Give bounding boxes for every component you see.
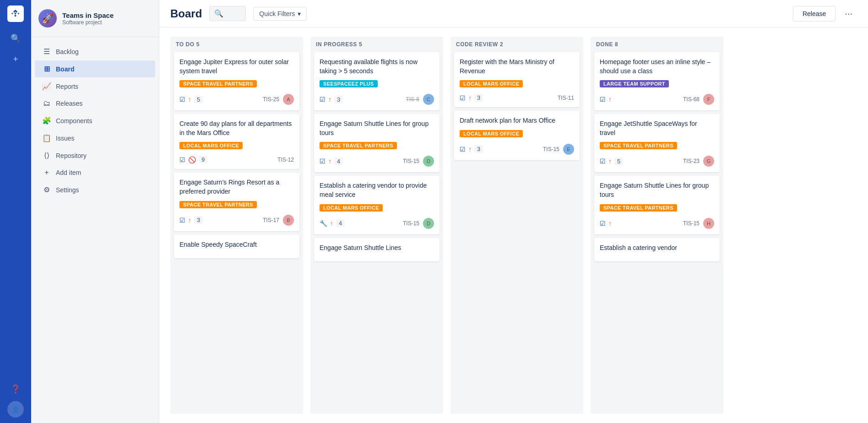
board-area: TO DO 5 Engage Jupiter Express for outer…: [159, 27, 868, 423]
card-title: Establish a catering vendor: [600, 244, 714, 253]
card[interactable]: Engage Jupiter Express for outer solar s…: [174, 52, 299, 110]
check-icon: ☑: [600, 157, 606, 165]
column-codereview: CODE REVIEW 2 Register with the Mars Min…: [450, 37, 583, 414]
release-button[interactable]: Release: [793, 6, 835, 22]
sidebar-item-issues[interactable]: 📋 Issues: [35, 130, 155, 146]
card[interactable]: Enable Speedy SpaceCraft: [174, 235, 299, 259]
card-title: Establish a catering vendor to provide m…: [320, 181, 434, 199]
card-meta: ☑↑5: [600, 157, 623, 165]
card-title: Engage Saturn Shuttle Lines: [320, 244, 434, 253]
check-icon: ☑: [460, 146, 466, 153]
page-title: Board: [170, 7, 202, 20]
card[interactable]: Draft network plan for Mars Office LOCAL…: [454, 111, 580, 160]
topbar-left: Board 🔍 Quick Filters ▾: [170, 6, 307, 21]
card-footer: ☑🚫9 TIS-12: [179, 156, 294, 163]
card-footer: ☑↑3 TIS-15E: [460, 144, 574, 155]
card-tag: LOCAL MARS OFFICE: [460, 130, 523, 137]
releases-icon: 🗂: [42, 99, 51, 108]
card[interactable]: Register with the Mars Ministry of Reven…: [454, 52, 580, 107]
card-right: TIS-25A: [263, 94, 294, 105]
sidebar-item-repository[interactable]: ⟨⟩ Repository: [35, 147, 155, 164]
column-header-codereview: CODE REVIEW 2: [450, 37, 583, 52]
search-box[interactable]: 🔍: [209, 6, 246, 21]
card-tag: SPACE TRAVEL PARTNERS: [320, 142, 397, 149]
help-rail-icon[interactable]: ❓: [7, 381, 24, 397]
card[interactable]: Create 90 day plans for all departments …: [174, 114, 299, 169]
sidebar-item-label-repository: Repository: [56, 152, 87, 159]
priority-icon: ↑: [468, 146, 472, 153]
sidebar-nav: ☰ Backlog ⊞ Board 📈 Reports 🗂 Releases 🧩…: [31, 37, 159, 204]
card[interactable]: Engage JetShuttle SpaceWays for travel S…: [594, 114, 720, 172]
card-footer: ☑↑3 TIS-17B: [179, 215, 294, 226]
sidebar-item-board[interactable]: ⊞ Board: [35, 60, 155, 77]
card-meta: 🔧↑4: [320, 219, 345, 227]
card[interactable]: Engage Saturn Shuttle Lines for group to…: [314, 114, 439, 172]
avatar: C: [423, 94, 434, 105]
story-points: 5: [614, 157, 623, 165]
card-right: TIS-15D: [403, 218, 434, 229]
avatar: H: [703, 218, 714, 229]
story-points: 5: [194, 96, 203, 103]
card[interactable]: Establish a catering vendor: [594, 238, 720, 262]
card[interactable]: Homepage footer uses an inline style – s…: [594, 52, 720, 110]
card-tag: SPACE TRAVEL PARTNERS: [600, 142, 677, 149]
ticket-id: TIS-15: [543, 146, 559, 152]
check-icon: ☑: [179, 96, 185, 103]
sidebar-item-settings[interactable]: ⚙ Settings: [35, 181, 155, 198]
app-logo[interactable]: [7, 5, 24, 22]
card-tag: SPACE TRAVEL PARTNERS: [179, 201, 257, 208]
create-rail-icon[interactable]: ＋: [7, 50, 24, 67]
sidebar-item-reports[interactable]: 📈 Reports: [35, 78, 155, 95]
ticket-id: TIS-17: [263, 217, 279, 223]
card-right: TIS-11: [558, 95, 574, 101]
ticket-id: TIS-15: [403, 158, 419, 164]
check-icon: ☑: [179, 217, 185, 224]
column-header-todo: TO DO 5: [170, 37, 303, 52]
card-right: TIS-12: [277, 157, 294, 163]
card-meta: ☑🚫9: [179, 156, 207, 163]
settings-icon: ⚙: [42, 185, 51, 194]
backlog-icon: ☰: [42, 47, 51, 56]
card-tag: LOCAL MARS OFFICE: [179, 142, 243, 149]
ticket-id: TIS-8: [406, 96, 419, 103]
priority-icon: ↑: [328, 96, 331, 103]
card-tag: LOCAL MARS OFFICE: [460, 80, 523, 87]
card-footer: ☑↑ TIS-15H: [600, 218, 714, 229]
card-title: Create 90 day plans for all departments …: [179, 119, 294, 137]
ticket-id: TIS-68: [683, 96, 700, 103]
card[interactable]: Establish a catering vendor to provide m…: [314, 176, 439, 234]
sidebar-item-add-item[interactable]: + Add item: [35, 164, 155, 181]
search-rail-icon[interactable]: 🔍: [7, 30, 24, 47]
card[interactable]: Engage Saturn Shuttle Lines: [314, 238, 439, 262]
user-avatar-rail[interactable]: 👤: [7, 401, 24, 418]
sidebar-item-label-reports: Reports: [56, 83, 78, 90]
sidebar-item-releases[interactable]: 🗂 Releases: [35, 95, 155, 112]
sidebar-item-backlog[interactable]: ☰ Backlog: [35, 43, 155, 60]
story-points: 3: [474, 145, 483, 153]
priority-icon: ↑: [608, 96, 612, 103]
check-icon: ☑: [460, 94, 466, 102]
card-title: Engage Jupiter Express for outer solar s…: [179, 58, 294, 76]
card-title: Engage Saturn Shuttle Lines for group to…: [320, 119, 434, 137]
column-header-done: DONE 8: [591, 37, 723, 52]
card[interactable]: Requesting available flights is now taki…: [314, 52, 439, 110]
ticket-id: TIS-11: [558, 95, 574, 101]
card-footer: ☑↑4 TIS-15D: [320, 156, 434, 167]
more-options-button[interactable]: ···: [840, 5, 857, 22]
card-meta: ☑↑3: [460, 145, 483, 153]
components-icon: 🧩: [42, 116, 51, 125]
quick-filters-label: Quick Filters: [259, 10, 295, 17]
sidebar-item-components[interactable]: 🧩 Components: [35, 112, 155, 129]
sidebar: 🚀 Teams in Space Software project ☰ Back…: [31, 0, 159, 423]
project-name: Teams in Space: [62, 11, 114, 19]
issues-icon: 📋: [42, 134, 51, 142]
column-cards-done: Homepage footer uses an inline style – s…: [591, 52, 723, 414]
card-meta: ☑↑4: [320, 157, 343, 165]
card[interactable]: Engage Saturn Shuttle Lines for group to…: [594, 176, 720, 234]
card[interactable]: Engage Saturn's Rings Resort as a prefer…: [174, 173, 299, 231]
card-footer: ☑↑3 TIS-8C: [320, 94, 434, 105]
quick-filters-button[interactable]: Quick Filters ▾: [253, 7, 307, 21]
card-footer: ☑↑3 TIS-11: [460, 94, 574, 102]
priority-icon: ↑: [468, 94, 472, 102]
card-meta: ☑↑: [600, 96, 612, 103]
